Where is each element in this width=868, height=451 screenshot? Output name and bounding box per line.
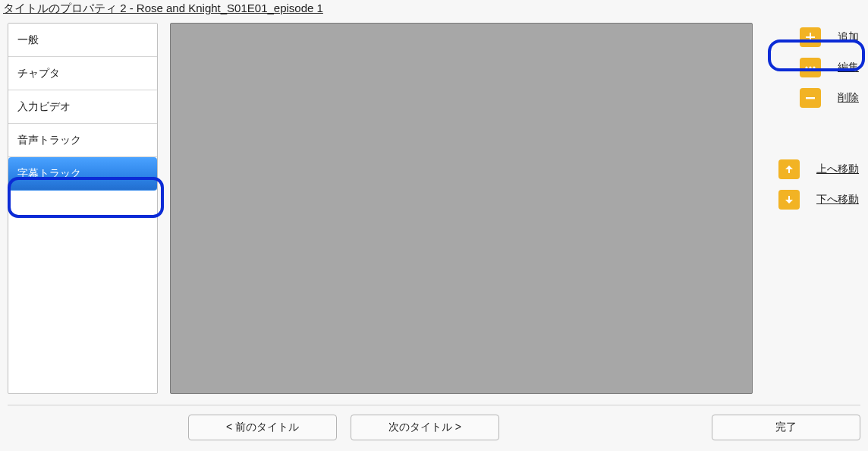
sidebar-item-input-video[interactable]: 入力ビデオ	[8, 90, 157, 124]
svg-rect-3	[806, 97, 815, 99]
ellipsis-icon	[800, 58, 821, 77]
subtitle-track-list[interactable]	[170, 23, 753, 394]
sidebar: 一般 チャプタ 入力ビデオ 音声トラック 字幕トラック	[8, 23, 158, 394]
sidebar-item-chapters[interactable]: チャプタ	[8, 57, 157, 90]
action-panel: 追加 編集 削除	[765, 23, 860, 394]
plus-icon	[800, 27, 821, 47]
svg-point-2	[813, 66, 815, 68]
sidebar-item-general[interactable]: 一般	[8, 24, 157, 57]
footer: < 前のタイトル 次のタイトル > 完了	[8, 405, 860, 451]
svg-point-0	[805, 66, 807, 68]
sidebar-item-label: 音声トラック	[17, 134, 81, 147]
done-label: 完了	[775, 421, 797, 434]
sidebar-item-audio-tracks[interactable]: 音声トラック	[8, 124, 157, 157]
prev-title-button[interactable]: < 前のタイトル	[188, 415, 337, 440]
sidebar-item-label: 字幕トラック	[17, 167, 81, 181]
sidebar-item-label: チャプタ	[17, 67, 60, 80]
main-area: 一般 チャプタ 入力ビデオ 音声トラック 字幕トラック	[0, 18, 868, 394]
action-group-edit: 追加 編集 削除	[765, 26, 860, 109]
move-down-label: 下へ移動	[816, 193, 859, 207]
delete-button[interactable]: 削除	[765, 87, 860, 109]
edit-button[interactable]: 編集	[765, 56, 860, 79]
move-up-label: 上へ移動	[816, 162, 859, 176]
sidebar-item-label: 入力ビデオ	[17, 100, 71, 114]
move-up-button[interactable]: 上へ移動	[765, 158, 860, 181]
edit-label: 編集	[838, 61, 859, 74]
add-label: 追加	[838, 30, 859, 44]
next-title-label: 次のタイトル >	[388, 421, 461, 434]
move-down-button[interactable]: 下へ移動	[765, 188, 860, 211]
delete-label: 削除	[838, 91, 859, 105]
action-group-move: 上へ移動 下へ移動	[765, 158, 860, 211]
window-title: タイトルのプロパティ 2 - Rose and Knight_S01E01_ep…	[0, 0, 868, 18]
arrow-up-icon	[778, 159, 800, 179]
title-properties-dialog: タイトルのプロパティ 2 - Rose and Knight_S01E01_ep…	[0, 0, 868, 451]
sidebar-item-label: 一般	[17, 33, 39, 47]
next-title-button[interactable]: 次のタイトル >	[351, 415, 499, 440]
minus-icon	[800, 88, 821, 108]
arrow-down-icon	[778, 190, 800, 210]
svg-point-1	[809, 66, 811, 68]
sidebar-item-subtitle-tracks[interactable]: 字幕トラック	[8, 157, 157, 191]
add-button[interactable]: 追加	[765, 26, 860, 49]
done-button[interactable]: 完了	[712, 415, 860, 440]
prev-title-label: < 前のタイトル	[226, 421, 299, 434]
